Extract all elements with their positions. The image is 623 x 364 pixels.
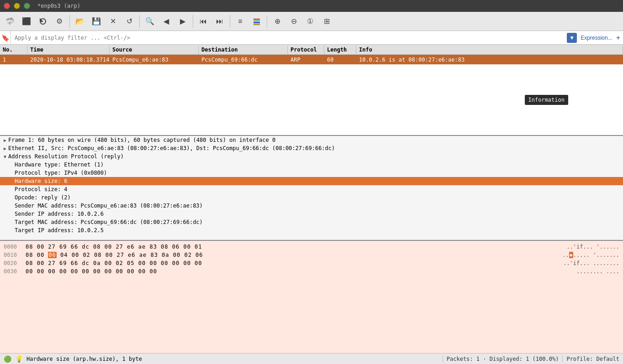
detail-row[interactable]: Protocol type: IPv4 (0x0800) bbox=[0, 169, 623, 177]
filter-arrow-button[interactable]: ▼ bbox=[567, 33, 577, 43]
next-button[interactable]: ▶ bbox=[175, 14, 190, 29]
filterbar: 🔖 ▼ Expression... + bbox=[0, 31, 623, 45]
hex-row: 0000 08 00 27 69 66 dc 08 00 27 e6 ae 83… bbox=[4, 243, 619, 251]
options-button[interactable]: ⚙ bbox=[52, 14, 67, 29]
expand-arrow-icon: ▶ bbox=[4, 146, 6, 151]
hex-ascii: ..'if... ........ bbox=[563, 260, 619, 266]
status-packets-text: Packets: 1 · Displayed: 1 (100.0%) bbox=[447, 356, 559, 362]
col-header-source[interactable]: Source bbox=[110, 46, 199, 54]
prev-button[interactable]: ◀ bbox=[159, 14, 174, 29]
svg-rect-4 bbox=[253, 24, 260, 25]
toolbar: 🦈 ⬛ ⚙ 📂 💾 ✕ ↺ 🔍 ◀ ▶ ⏮ ⏭ ≡ ⊕ ⊖ ① ⊞ bbox=[0, 12, 623, 31]
svg-rect-1 bbox=[253, 19, 260, 20]
detail-row[interactable]: Protocol size: 4 bbox=[0, 185, 623, 193]
detail-row[interactable]: Sender IP address: 10.0.2.6 bbox=[0, 210, 623, 218]
expand-arrow-icon: ▼ bbox=[4, 154, 6, 159]
col-header-no[interactable]: No. bbox=[0, 46, 27, 54]
detail-row[interactable]: ▼Address Resolution Protocol (reply) bbox=[0, 152, 623, 161]
hex-bytes: 08 00 06 04 00 02 08 00 27 e6 ae 83 0a 0… bbox=[26, 252, 559, 258]
reload-button[interactable]: ↺ bbox=[122, 14, 137, 29]
color-rules-button[interactable] bbox=[249, 14, 264, 29]
window-title: *enp0s3 (arp) bbox=[37, 3, 80, 9]
status-profile-text: Profile: Default bbox=[566, 356, 619, 362]
save-button[interactable]: 💾 bbox=[89, 14, 104, 29]
table-row[interactable]: 1 2020-10-18 03:08:18.3714798... PcsComp… bbox=[0, 55, 623, 65]
hex-row: 0020 08 00 27 69 66 dc 0a 00 02 05 00 00… bbox=[4, 259, 619, 267]
toolbar-separator-1 bbox=[69, 15, 70, 28]
information-tooltip: Information bbox=[525, 95, 568, 105]
display-filter-input[interactable] bbox=[11, 31, 564, 44]
svg-rect-3 bbox=[253, 22, 260, 23]
detail-row[interactable]: ▶Frame 1: 60 bytes on wire (480 bits), 6… bbox=[0, 136, 623, 144]
hex-offset: 0020 bbox=[4, 260, 22, 266]
hex-offset: 0000 bbox=[4, 244, 22, 250]
detail-row[interactable]: Sender MAC address: PcsCompu_e6:ae:83 (0… bbox=[0, 202, 623, 210]
hex-bytes: 00 00 00 00 00 00 00 00 00 00 00 00 bbox=[26, 268, 573, 275]
toolbar-separator-5 bbox=[267, 15, 267, 28]
detail-row[interactable]: ▶Ethernet II, Src: PcsCompu_e6:ae:83 (08… bbox=[0, 144, 623, 152]
maximize-button[interactable] bbox=[24, 3, 30, 9]
detail-row[interactable]: Hardware size: 6 bbox=[0, 177, 623, 185]
hex-offset: 0010 bbox=[4, 252, 22, 258]
hex-bytes: 08 00 27 69 66 dc 0a 00 02 05 00 00 00 0… bbox=[26, 260, 560, 266]
expand-arrow-icon: ▶ bbox=[4, 138, 6, 143]
hex-ascii: ........ .... bbox=[576, 268, 619, 275]
hex-dump: 0000 08 00 27 69 66 dc 08 00 27 e6 ae 83… bbox=[0, 241, 623, 353]
minimize-button[interactable] bbox=[14, 3, 20, 9]
svg-rect-2 bbox=[253, 21, 260, 21]
status-separator-2 bbox=[562, 355, 563, 363]
toolbar-separator-4 bbox=[230, 15, 230, 28]
zoom-normal-button[interactable]: ① bbox=[303, 14, 317, 29]
detail-row[interactable]: Target IP address: 10.0.2.5 bbox=[0, 226, 623, 234]
hex-bytes: 08 00 27 69 66 dc 08 00 27 e6 ae 83 08 0… bbox=[26, 244, 563, 250]
packet-list: No. Time Source Destination Protocol Len… bbox=[0, 45, 623, 136]
restart-button[interactable] bbox=[36, 14, 50, 29]
hex-highlight-ascii: ▪ bbox=[569, 252, 573, 258]
cell-proto: ARP bbox=[288, 56, 324, 64]
expression-button[interactable]: Expression... bbox=[579, 35, 614, 41]
add-filter-button[interactable]: + bbox=[616, 34, 620, 42]
hex-ascii: ..▪..... '....... bbox=[562, 252, 619, 258]
col-header-destination[interactable]: Destination bbox=[199, 46, 288, 54]
open-button[interactable]: 📂 bbox=[73, 14, 87, 29]
packet-rows-container: 1 2020-10-18 03:08:18.3714798... PcsComp… bbox=[0, 55, 623, 65]
close-file-button[interactable]: ✕ bbox=[106, 14, 120, 29]
hex-highlight: 06 bbox=[48, 252, 56, 258]
status-left-text: Hardware size (arp.hw.size), 1 byte bbox=[26, 356, 439, 362]
hex-offset: 0030 bbox=[4, 268, 22, 275]
hex-ascii: ..'if... '...... bbox=[566, 244, 619, 250]
toolbar-separator-2 bbox=[139, 15, 140, 28]
zoom-in-button[interactable]: ⊕ bbox=[270, 14, 285, 29]
shark-fin-button[interactable]: 🦈 bbox=[3, 14, 17, 29]
col-header-protocol[interactable]: Protocol bbox=[288, 46, 324, 54]
status-ready-icon: 🟢 bbox=[4, 355, 11, 363]
cell-info: 10.0.2.6 is at 08:00:27:e6:ae:83 bbox=[356, 56, 623, 64]
col-header-info[interactable]: Info bbox=[356, 46, 623, 54]
titlebar: *enp0s3 (arp) bbox=[0, 0, 623, 12]
filter-controls: ▼ Expression... + bbox=[564, 33, 623, 43]
go-last-button[interactable]: ⏭ bbox=[212, 14, 227, 29]
detail-row[interactable]: Hardware type: Ethernet (1) bbox=[0, 161, 623, 169]
status-expert-icon: 💡 bbox=[15, 355, 23, 363]
hex-row: 0010 08 00 06 04 00 02 08 00 27 e6 ae 83… bbox=[4, 251, 619, 259]
stop-button[interactable]: ⬛ bbox=[19, 14, 34, 29]
zoom-out-button[interactable]: ⊖ bbox=[286, 14, 301, 29]
col-header-length[interactable]: Length bbox=[324, 46, 356, 54]
statusbar: 🟢 💡 Hardware size (arp.hw.size), 1 byte … bbox=[0, 353, 623, 364]
resize-columns-button[interactable]: ⊞ bbox=[319, 14, 334, 29]
col-header-time[interactable]: Time bbox=[27, 46, 110, 54]
detail-row[interactable]: Target MAC address: PcsCompu_69:66:dc (0… bbox=[0, 218, 623, 226]
colorize-button[interactable]: ≡ bbox=[233, 14, 248, 29]
status-separator-1 bbox=[443, 355, 443, 363]
packet-list-header: No. Time Source Destination Protocol Len… bbox=[0, 45, 623, 55]
close-button[interactable] bbox=[4, 3, 10, 9]
toolbar-separator-3 bbox=[193, 15, 193, 28]
cell-time: 2020-10-18 03:08:18.3714798... bbox=[27, 56, 110, 64]
filter-bookmark-icon[interactable]: 🔖 bbox=[0, 31, 11, 45]
cell-len: 60 bbox=[324, 56, 356, 64]
cell-src: PcsCompu_e6:ae:83 bbox=[110, 56, 199, 64]
detail-row[interactable]: Opcode: reply (2) bbox=[0, 193, 623, 202]
find-button[interactable]: 🔍 bbox=[143, 14, 157, 29]
go-first-button[interactable]: ⏮ bbox=[196, 14, 211, 29]
packet-detail: ▶Frame 1: 60 bytes on wire (480 bits), 6… bbox=[0, 136, 623, 241]
